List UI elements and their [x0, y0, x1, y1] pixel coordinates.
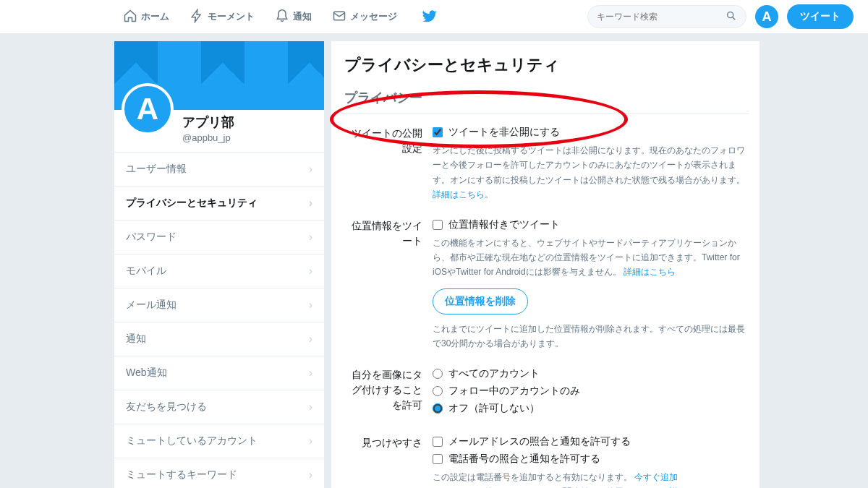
profile-avatar[interactable]: A: [122, 83, 174, 135]
profile-name: アプリ部: [182, 114, 234, 131]
sidebar-item-notifications[interactable]: 通知 ›: [114, 322, 324, 356]
tagging-off-option[interactable]: オフ（許可しない）: [433, 402, 746, 415]
top-nav: ホーム モーメント 通知 メッセージ A: [0, 0, 868, 34]
sidebar-item-label: Web通知: [126, 367, 167, 380]
sidebar-item-email-notifications[interactable]: メール通知 ›: [114, 288, 324, 322]
sidebar-item-muted-accounts[interactable]: ミュートしているアカウント ›: [114, 424, 324, 458]
nav-left: ホーム モーメント 通知 メッセージ: [123, 9, 397, 25]
compose-tweet-button[interactable]: ツイート: [787, 4, 854, 29]
setting-discoverability: 見つけやすさ メールアドレスの照合と通知を許可する 電話番号の照合と通知を許可す…: [341, 434, 749, 488]
avatar-letter: A: [762, 9, 772, 25]
sidebar: A アプリ部 @appbu_jp ユーザー情報 › プライバシーとセキュリティ …: [114, 41, 324, 488]
search-icon: [726, 10, 737, 24]
setting-photo-tagging: 自分を画像にタグ付けすることを許可 すべてのアカウント フォロー中のアカウントの…: [341, 366, 749, 434]
nav-moments[interactable]: モーメント: [190, 9, 255, 25]
protect-tweets-help: オンにした後に投稿するツイートは非公開になります。現在のあなたのフォロワーと今後…: [433, 143, 746, 202]
setting-label: 位置情報をツイート: [344, 218, 433, 351]
sidebar-item-find-friends[interactable]: 友だちを見つける ›: [114, 390, 324, 424]
sidebar-item-label: パスワード: [126, 231, 176, 244]
page-title: プライバシーとセキュリティ: [341, 54, 749, 76]
search-input[interactable]: [597, 12, 726, 22]
discover-phone-checkbox[interactable]: [433, 454, 443, 464]
add-phone-link[interactable]: 今すぐ追加: [634, 472, 678, 482]
setting-location: 位置情報をツイート 位置情報付きでツイート この機能をオンにすると、ウェブサイト…: [341, 217, 749, 366]
chevron-right-icon: ›: [309, 299, 312, 312]
tagging-following-label: フォロー中のアカウントのみ: [448, 385, 580, 398]
profile-handle: @appbu_jp: [182, 132, 234, 143]
nav-messages[interactable]: メッセージ: [332, 9, 397, 25]
protect-tweets-checkbox[interactable]: [433, 127, 443, 137]
bell-icon: [275, 9, 289, 25]
chevron-right-icon: ›: [309, 231, 312, 244]
tagging-all-option[interactable]: すべてのアカウント: [433, 367, 746, 380]
discover-email-label: メールアドレスの照合と通知を許可する: [448, 435, 631, 448]
sidebar-item-account[interactable]: ユーザー情報 ›: [114, 153, 324, 187]
discover-phone-label: 電話番号の照合と通知を許可する: [448, 453, 600, 466]
setting-label: 見つけやすさ: [344, 435, 433, 488]
tweet-location-label: 位置情報付きでツイート: [448, 218, 560, 231]
chevron-right-icon: ›: [309, 367, 312, 380]
chevron-right-icon: ›: [309, 163, 312, 176]
protect-tweets-learn-more-link[interactable]: 詳細はこちら: [433, 189, 485, 200]
discover-phone-option[interactable]: 電話番号の照合と通知を許可する: [433, 453, 746, 466]
sidebar-item-muted-keywords[interactable]: ミュートするキーワード ›: [114, 458, 324, 488]
nav-home-label: ホーム: [141, 10, 169, 23]
tweet-location-help: この機能をオンにすると、ウェブサイトやサードパーティアプリケーションから、都市や…: [433, 236, 746, 280]
sidebar-item-password[interactable]: パスワード ›: [114, 221, 324, 254]
search-box[interactable]: [587, 5, 746, 28]
tagging-off-label: オフ（許可しない）: [448, 402, 540, 415]
nav-home[interactable]: ホーム: [123, 9, 169, 25]
chevron-right-icon: ›: [309, 333, 312, 346]
sidebar-item-privacy[interactable]: プライバシーとセキュリティ ›: [114, 187, 324, 221]
tagging-all-radio[interactable]: [433, 369, 443, 379]
chevron-right-icon: ›: [309, 468, 312, 481]
home-icon: [123, 9, 137, 25]
tagging-all-label: すべてのアカウント: [448, 367, 540, 380]
page-body: A アプリ部 @appbu_jp ユーザー情報 › プライバシーとセキュリティ …: [0, 34, 868, 488]
section-privacy-title: プライバシー: [341, 89, 749, 114]
discover-email-checkbox[interactable]: [433, 437, 443, 447]
tweet-location-learn-more-link[interactable]: 詳細はこちら: [624, 267, 676, 277]
envelope-icon: [332, 9, 346, 25]
chevron-right-icon: ›: [309, 197, 312, 210]
setting-label: 自分を画像にタグ付けすることを許可: [344, 367, 433, 419]
nav-notifications[interactable]: 通知: [275, 9, 312, 25]
profile-meta: アプリ部 @appbu_jp: [182, 114, 234, 143]
sidebar-item-label: 友だちを見つける: [126, 401, 207, 414]
twitter-logo-icon[interactable]: [422, 9, 438, 25]
chevron-right-icon: ›: [309, 435, 312, 448]
sidebar-item-label: プライバシーとセキュリティ: [126, 197, 258, 210]
discover-data-help: このデータは他のアカウントとの関連付けに使用されます。 詳細はこちら。: [433, 484, 746, 488]
tagging-off-radio[interactable]: [433, 403, 443, 414]
profile-avatar-letter: A: [137, 92, 158, 127]
protect-tweets-label: ツイートを非公開にする: [448, 126, 560, 139]
discover-phone-help: この設定は電話番号を追加すると有効になります。 今すぐ追加: [433, 470, 746, 484]
sidebar-item-label: ミュートするキーワード: [126, 468, 237, 481]
chevron-right-icon: ›: [309, 401, 312, 414]
setting-label: ツイートの公開設定: [344, 126, 433, 202]
sidebar-item-label: 通知: [126, 333, 146, 346]
protect-tweets-option[interactable]: ツイートを非公開にする: [433, 126, 746, 139]
nav-messages-label: メッセージ: [350, 10, 397, 23]
sidebar-item-label: メール通知: [126, 299, 176, 312]
sidebar-item-label: ユーザー情報: [126, 163, 187, 176]
sidebar-item-label: ミュートしているアカウント: [126, 435, 258, 448]
tagging-following-radio[interactable]: [433, 386, 443, 396]
account-avatar[interactable]: A: [755, 5, 778, 28]
tweet-location-option[interactable]: 位置情報付きでツイート: [433, 218, 746, 231]
nav-moments-label: モーメント: [208, 10, 255, 23]
sidebar-item-web-notifications[interactable]: Web通知 ›: [114, 356, 324, 390]
tagging-following-option[interactable]: フォロー中のアカウントのみ: [433, 385, 746, 398]
delete-location-help: これまでにツイートに追加した位置情報が削除されます。すべての処理には最長で30分…: [433, 322, 746, 351]
setting-tweet-privacy: ツイートの公開設定 ツイートを非公開にする オンにした後に投稿するツイートは非公…: [341, 124, 749, 217]
profile-header: A アプリ部 @appbu_jp: [114, 41, 324, 153]
delete-location-button[interactable]: 位置情報を削除: [433, 288, 528, 314]
discover-email-option[interactable]: メールアドレスの照合と通知を許可する: [433, 435, 746, 448]
chevron-right-icon: ›: [309, 265, 312, 278]
lightning-icon: [190, 9, 204, 25]
svg-point-1: [728, 12, 733, 17]
tweet-location-checkbox[interactable]: [433, 220, 443, 230]
nav-notifications-label: 通知: [293, 10, 312, 23]
sidebar-item-label: モバイル: [126, 265, 166, 278]
sidebar-item-mobile[interactable]: モバイル ›: [114, 254, 324, 288]
